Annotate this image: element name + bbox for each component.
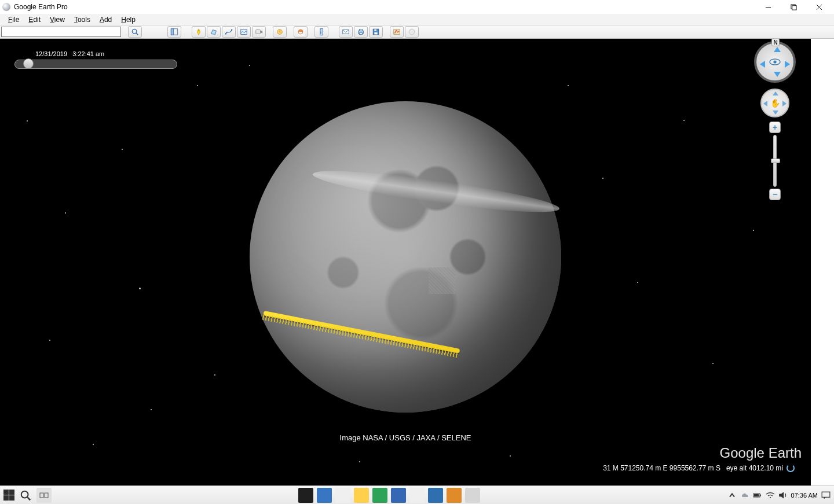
pan-down-button[interactable] [773,111,778,115]
taskbar-app-icon[interactable] [409,488,425,503]
taskbar-app-icon[interactable] [391,488,406,503]
svg-point-5 [132,29,137,34]
svg-marker-49 [824,497,826,499]
taskbar-clock[interactable]: 07:36 AM [791,492,818,499]
maximize-button[interactable] [781,0,806,14]
zoom-out-button[interactable]: − [769,189,781,200]
svg-marker-47 [779,492,784,498]
taskbar-app-icon[interactable] [465,488,480,503]
start-button[interactable] [3,490,14,501]
tray-battery-icon[interactable] [753,491,762,500]
save-image-button[interactable] [369,26,383,38]
taskbar-app-icon[interactable] [298,488,313,503]
taskbar-app-icon[interactable] [372,488,387,503]
svg-marker-15 [261,30,263,33]
historical-imagery-button[interactable] [273,26,287,38]
pan-wheel[interactable]: ✋ [760,89,789,117]
svg-rect-33 [374,32,377,35]
imagery-patch [429,267,455,294]
add-image-overlay-button[interactable] [237,26,251,38]
status-eye-alt: eye alt 4012.10 mi [726,464,783,472]
close-button[interactable] [806,0,832,14]
planet-switch-button[interactable] [405,26,419,38]
pan-up-button[interactable] [773,91,778,95]
task-view-button[interactable] [36,488,52,503]
pan-left-button[interactable] [763,101,767,106]
time-slider-track[interactable] [14,60,177,69]
menubar: File Edit View Tools Add Help [0,14,834,25]
tray-wifi-icon[interactable] [766,491,775,500]
view-in-maps-button[interactable] [390,26,404,38]
taskbar-app-icon[interactable] [317,488,332,503]
menu-tools[interactable]: Tools [70,14,95,25]
pan-right-button[interactable] [782,101,787,106]
tray-chevron-icon[interactable] [727,491,737,500]
imagery-credit: Image NASA / USGS / JAXA / SELENE [0,433,811,442]
taskbar: 07:36 AM [0,485,834,504]
zoom-thumb[interactable] [771,159,780,163]
svg-point-11 [225,33,226,34]
menu-add[interactable]: Add [95,14,116,25]
hide-sidebar-button[interactable] [167,26,181,38]
print-button[interactable] [354,26,368,38]
tray-volume-icon[interactable] [778,491,788,500]
menu-help[interactable]: Help [116,14,140,25]
titlebar: Google Earth Pro [0,0,834,14]
taskbar-search-button[interactable] [19,489,32,502]
window-controls [755,0,832,14]
taskbar-app-icon[interactable] [428,488,443,503]
svg-rect-8 [171,29,173,35]
svg-rect-34 [374,30,376,31]
time-slider-label: 12/31/2019 3:22:41 am [35,50,104,57]
app-icon [2,3,10,11]
svg-rect-41 [40,493,43,498]
hand-icon: ✋ [770,98,780,108]
taskbar-app-icon[interactable] [335,488,350,503]
svg-rect-45 [754,494,759,496]
record-tour-button[interactable] [252,26,266,38]
search-input[interactable] [1,27,121,37]
menu-edit[interactable]: Edit [24,14,45,25]
look-right-button[interactable] [785,61,790,68]
zoom-slider: + − [769,122,781,200]
tray-onedrive-icon[interactable] [740,491,749,500]
zoom-track[interactable] [773,135,777,187]
toolbar [0,25,834,39]
svg-point-9 [198,30,199,31]
add-polygon-button[interactable] [207,26,221,38]
svg-rect-31 [359,33,362,35]
email-button[interactable] [339,26,353,38]
look-down-button[interactable] [774,72,781,77]
look-compass[interactable] [754,41,796,83]
add-placemark-button[interactable] [192,26,206,38]
minimize-button[interactable] [755,0,781,14]
time-slider-thumb[interactable] [23,58,34,69]
menu-view[interactable]: View [45,14,70,25]
status-bar: 31 M 571250.74 m E 9955562.77 m S eye al… [0,463,811,473]
svg-rect-48 [822,492,830,497]
moon-globe[interactable] [250,101,561,413]
north-indicator[interactable]: N [771,39,780,46]
svg-rect-14 [256,30,261,34]
sunlight-button[interactable] [294,26,308,38]
svg-line-40 [27,497,30,500]
svg-point-36 [409,29,415,35]
look-up-button[interactable] [774,47,781,52]
action-center-button[interactable] [821,491,831,500]
taskbar-app-icon[interactable] [354,488,369,503]
map-viewport[interactable]: 12/31/2019 3:22:41 am Image NASA / USGS … [0,39,811,485]
google-earth-watermark: Google Earth [720,445,802,461]
svg-rect-2 [792,5,796,9]
search-button[interactable] [128,26,142,38]
svg-point-46 [769,496,770,498]
ruler-button[interactable] [314,26,328,38]
svg-marker-10 [211,30,217,35]
look-left-button[interactable] [760,61,765,68]
taskbar-app-icon[interactable] [447,488,462,503]
svg-rect-44 [760,494,761,496]
svg-point-39 [21,491,28,498]
menu-file[interactable]: File [3,14,24,25]
status-coords: 31 M 571250.74 m E 9955562.77 m S [603,464,720,472]
add-path-button[interactable] [222,26,236,38]
zoom-in-button[interactable]: + [769,122,781,133]
